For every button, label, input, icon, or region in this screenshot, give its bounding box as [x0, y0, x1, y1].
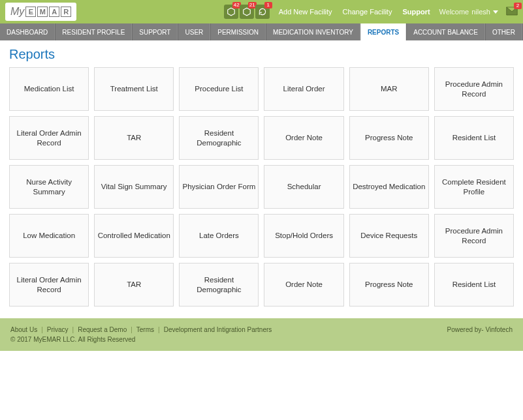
report-card[interactable]: Order Note: [264, 263, 343, 307]
nav-tab-dashboard[interactable]: DASHBOARD: [0, 23, 55, 40]
divider: |: [41, 326, 43, 333]
report-card[interactable]: Medication List: [9, 67, 89, 111]
divider: |: [158, 326, 160, 333]
nav-tab-permission[interactable]: PERMISSION: [210, 23, 266, 40]
copyright: © 2017 MyEMAR LLC. All Rights Reserved: [10, 336, 513, 343]
report-card[interactable]: TAR: [94, 116, 174, 160]
report-card[interactable]: Literal Order Admin Record: [9, 116, 89, 160]
main-nav: DASHBOARDRESIDENT PROFILESUPPORTUSERPERM…: [0, 23, 523, 40]
report-card[interactable]: Late Orders: [179, 214, 259, 258]
report-card[interactable]: MAR: [349, 67, 429, 111]
badge-count: 1: [264, 2, 272, 8]
report-card[interactable]: Literal Order Admin Record: [9, 263, 89, 307]
report-card[interactable]: Resident Demographic: [179, 263, 259, 307]
top-header: My E M A R 42 21 1 Add New Facility Chan…: [0, 0, 523, 23]
reports-grid: Medication ListTreatment ListProcedure L…: [9, 67, 514, 307]
divider: |: [72, 326, 74, 333]
add-facility-link[interactable]: Add New Facility: [279, 8, 332, 16]
report-card[interactable]: Physician Order Form: [179, 165, 259, 209]
nav-tab-resident-profile[interactable]: RESIDENT PROFILE: [55, 23, 132, 40]
username: nilesh: [471, 8, 490, 16]
footer-link[interactable]: Privacy: [47, 326, 69, 333]
nav-tab-support[interactable]: SUPPORT: [132, 23, 178, 40]
chevron-down-icon: [493, 10, 498, 14]
nav-tab-reports[interactable]: REPORTS: [360, 23, 406, 40]
report-card[interactable]: TAR: [94, 263, 174, 307]
footer-link[interactable]: About Us: [10, 326, 37, 333]
report-card[interactable]: Treatment List: [94, 67, 174, 111]
report-card[interactable]: Resident List: [434, 263, 514, 307]
app-logo[interactable]: My E M A R: [5, 3, 76, 21]
report-card[interactable]: Procedure Admin Record: [434, 67, 514, 111]
nav-tab-account-balance[interactable]: ACCOUNT BALANCE: [406, 23, 485, 40]
change-facility-link[interactable]: Change Facility: [343, 8, 392, 16]
nav-tab-user[interactable]: USER: [178, 23, 210, 40]
report-card[interactable]: Destroyed Medication: [349, 165, 429, 209]
badge-count: 2: [514, 3, 522, 9]
footer-link[interactable]: Terms: [136, 326, 154, 333]
user-menu[interactable]: Welcome nilesh: [439, 8, 498, 16]
nav-tab-medication-inventory[interactable]: MEDICATION INVENTORY: [266, 23, 360, 40]
page-title: Reports: [9, 47, 514, 62]
support-link[interactable]: Support: [402, 8, 430, 16]
mail-icon[interactable]: 2: [506, 7, 518, 17]
report-card[interactable]: Device Requests: [349, 214, 429, 258]
footer: About Us|Privacy|Request a Demo|Terms|De…: [0, 318, 523, 351]
report-card[interactable]: Procedure List: [179, 67, 259, 111]
footer-link[interactable]: Development and Intigration Partners: [164, 326, 272, 333]
cube-icon[interactable]: 42: [224, 5, 238, 19]
report-card[interactable]: Stop/Hold Orders: [264, 214, 343, 258]
page-body: Reports Medication ListTreatment ListPro…: [0, 40, 523, 318]
refresh-icon[interactable]: 1: [255, 5, 270, 19]
report-card[interactable]: Progress Note: [349, 263, 429, 307]
logo-prefix: My: [10, 6, 24, 18]
nav-tab-other[interactable]: OTHER: [485, 23, 522, 40]
report-card[interactable]: Resident Demographic: [179, 116, 259, 160]
report-card[interactable]: Vital Sign Summary: [94, 165, 174, 209]
report-card[interactable]: Resident List: [434, 116, 514, 160]
report-card[interactable]: Nurse Activity Summary: [9, 165, 89, 209]
powered-by: Powered by- Vinfotech: [447, 326, 513, 333]
report-card[interactable]: Schedular: [264, 165, 343, 209]
report-card[interactable]: Controlled Medication: [94, 214, 174, 258]
report-card[interactable]: Literal Order: [264, 67, 343, 111]
report-card[interactable]: Order Note: [264, 116, 343, 160]
footer-link[interactable]: Request a Demo: [78, 326, 127, 333]
footer-links: About Us|Privacy|Request a Demo|Terms|De…: [10, 326, 513, 333]
report-card[interactable]: Progress Note: [349, 116, 429, 160]
header-icon-group: 42 21 1: [224, 5, 270, 19]
report-card[interactable]: Procedure Admin Record: [434, 214, 514, 258]
report-card[interactable]: Low Medication: [9, 214, 89, 258]
logo-letters: E M A R: [25, 7, 71, 17]
divider: |: [131, 326, 133, 333]
cube-icon[interactable]: 21: [240, 5, 254, 19]
report-card[interactable]: Complete Resident Profile: [434, 165, 514, 209]
welcome-label: Welcome: [439, 8, 469, 16]
